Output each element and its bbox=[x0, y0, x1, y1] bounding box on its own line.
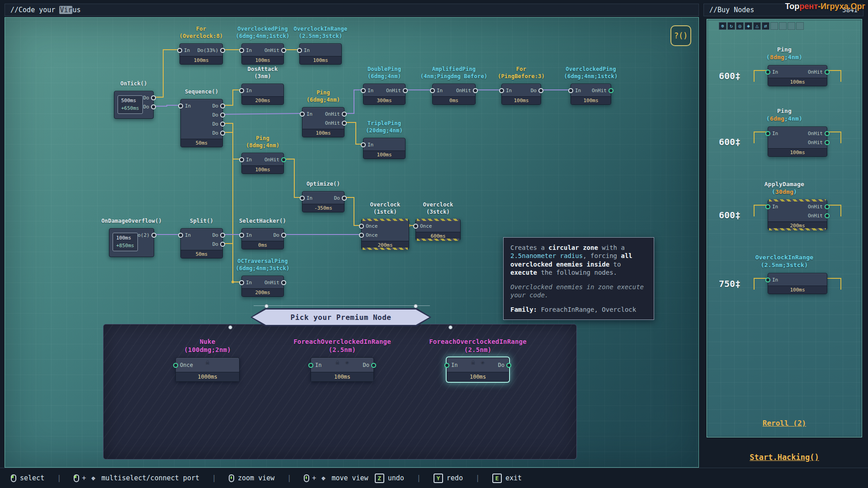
port-in-in[interactable] bbox=[239, 88, 244, 93]
port-label: In bbox=[772, 277, 778, 283]
port-do-out[interactable] bbox=[371, 363, 376, 368]
port-in-in[interactable] bbox=[361, 88, 366, 93]
node-amplifiedping[interactable]: InOnHit0ms bbox=[432, 84, 476, 105]
help-button[interactable]: ?() bbox=[670, 25, 691, 46]
node-doubleping[interactable]: InOnHit300ms bbox=[363, 84, 406, 105]
start-hacking-link[interactable]: Start.Hacking() bbox=[707, 453, 862, 462]
port-once-in[interactable] bbox=[359, 233, 364, 238]
port-do-out[interactable] bbox=[151, 104, 156, 109]
filter-button-2[interactable]: ↻ bbox=[727, 22, 735, 30]
shop-node-preview-ping-8[interactable]: InOnHit100ms bbox=[768, 65, 827, 86]
port-do-out[interactable] bbox=[506, 363, 511, 368]
node-overclockedping-2[interactable]: InOnHit100ms bbox=[571, 84, 611, 105]
port-onhit-out[interactable] bbox=[403, 88, 408, 93]
port-do-out[interactable] bbox=[281, 233, 286, 238]
port-onhit-out[interactable] bbox=[825, 70, 830, 75]
port-onhit-out[interactable] bbox=[281, 48, 286, 53]
port-do-out[interactable] bbox=[220, 242, 225, 247]
port-do(33%)-out[interactable] bbox=[220, 48, 225, 53]
shop-node-preview-applydamage[interactable]: InOnHitOnHit200ms bbox=[768, 200, 827, 230]
port-in-in[interactable] bbox=[239, 157, 244, 162]
port-label: OnHit bbox=[264, 47, 279, 53]
port-in-in[interactable] bbox=[178, 233, 183, 238]
node-split[interactable]: InDoDo50ms bbox=[180, 228, 223, 258]
node-tripleping[interactable]: In100ms bbox=[363, 138, 406, 159]
node-octraversalping[interactable]: InOnHit200ms bbox=[241, 276, 284, 297]
node-nuke[interactable]: ☠Once1000ms bbox=[175, 357, 240, 382]
port-onhit-out[interactable] bbox=[825, 140, 830, 145]
port-onhit-out[interactable] bbox=[342, 121, 347, 126]
port-in-in[interactable] bbox=[308, 363, 313, 368]
node-for-overclock[interactable]: InDo(33%)100ms bbox=[179, 43, 223, 65]
port-in-in[interactable] bbox=[765, 131, 770, 136]
node-overclock-1stck[interactable]: OnceOnce200ms bbox=[361, 219, 409, 249]
port-once-in[interactable] bbox=[359, 224, 364, 229]
shop-node-preview-ping-6[interactable]: InOnHitOnHit100ms bbox=[768, 127, 827, 157]
filter-button-1[interactable]: ⊕ bbox=[719, 22, 726, 30]
port-onhit-out[interactable] bbox=[825, 131, 830, 136]
port-once-in[interactable] bbox=[173, 363, 178, 368]
port-label: In bbox=[246, 232, 252, 238]
shop-item-ping-6[interactable]: Ping(6dmg;4nm)600‡InOnHitOnHit100ms bbox=[707, 107, 862, 157]
port-in-in[interactable] bbox=[297, 48, 302, 53]
port-in-in[interactable] bbox=[430, 88, 435, 93]
port-do-out[interactable] bbox=[151, 95, 156, 100]
port-in-in[interactable] bbox=[361, 142, 366, 147]
shop-item-overclockinrange[interactable]: OverclockInRange(2.5nm;3stck)750‡In100ms bbox=[707, 253, 862, 294]
node-dosattack[interactable]: In200ms bbox=[241, 84, 284, 105]
node-ping-6dmg[interactable]: InOnHitOnHit100ms bbox=[302, 107, 344, 137]
shop-item-ping-8[interactable]: Ping(8dmg;4nm)600‡InOnHit100ms bbox=[707, 46, 862, 86]
filter-button-6[interactable]: ⇄ bbox=[762, 22, 769, 30]
node-title-line: OverclockedPing bbox=[236, 25, 290, 33]
port-do-out[interactable] bbox=[220, 103, 225, 108]
node-ping-8dmg[interactable]: InOnHit100ms bbox=[241, 153, 284, 174]
filter-button-4[interactable]: ◈ bbox=[745, 22, 752, 30]
port-do(2)-out[interactable] bbox=[151, 233, 156, 238]
node-ondamageoverflow[interactable]: Do(2)100ms+850ms bbox=[109, 228, 154, 257]
port-in-in[interactable] bbox=[300, 112, 305, 117]
port-onhit-out[interactable] bbox=[825, 213, 830, 218]
node-foreachoverclockedinrange-1[interactable]: ☠✳InDo100ms bbox=[311, 357, 374, 382]
node-for-pingbefore[interactable]: InDo100ms bbox=[501, 84, 541, 105]
port-in-in[interactable] bbox=[239, 233, 244, 238]
port-do-out[interactable] bbox=[220, 113, 225, 117]
port-in-in[interactable] bbox=[765, 204, 770, 209]
node-overclockinrange[interactable]: In100ms bbox=[299, 43, 342, 65]
port-do-out[interactable] bbox=[538, 88, 543, 93]
port-in-in[interactable] bbox=[177, 48, 182, 53]
port-in-in[interactable] bbox=[765, 277, 770, 282]
node-optimize[interactable]: InDo-350ms bbox=[302, 191, 344, 212]
port-in-in[interactable] bbox=[178, 103, 183, 108]
port-onhit-out[interactable] bbox=[473, 88, 478, 93]
node-sequence[interactable]: InDoDoDoDo50ms bbox=[180, 99, 223, 147]
port-in-in[interactable] bbox=[499, 88, 504, 93]
shop-node-preview-overclockinrange[interactable]: In100ms bbox=[768, 273, 827, 294]
node-overclock-3stck[interactable]: Once600ms bbox=[415, 219, 461, 240]
port-onhit-out[interactable] bbox=[825, 204, 830, 209]
port-onhit-out[interactable] bbox=[281, 157, 286, 162]
node-overclockedping-1[interactable]: InOnHit100ms bbox=[241, 43, 284, 65]
mouse-wheel-icon bbox=[229, 474, 234, 482]
filter-button-3[interactable]: ◎ bbox=[736, 22, 744, 30]
port-onhit-out[interactable] bbox=[281, 280, 286, 285]
port-in-in[interactable] bbox=[444, 363, 449, 368]
filter-button-5[interactable]: △ bbox=[753, 22, 761, 30]
port-in-in[interactable] bbox=[300, 196, 305, 201]
port-in-in[interactable] bbox=[239, 280, 244, 285]
node-graph-canvas[interactable]: Pick your Premium Node ?() Creates a cir… bbox=[5, 17, 699, 468]
shop-item-applydamage[interactable]: ApplyDamage(30dmg)600‡InOnHitOnHit200ms bbox=[707, 180, 862, 230]
node-ontick[interactable]: DoDo500ms+650ms bbox=[114, 91, 154, 119]
port-onhit-out[interactable] bbox=[609, 88, 613, 93]
port-do-out[interactable] bbox=[220, 131, 225, 136]
port-onhit-out[interactable] bbox=[342, 112, 347, 117]
node-foreachoverclockedinrange-2[interactable]: ☠✳InDo100ms bbox=[447, 357, 509, 382]
port-do-out[interactable] bbox=[342, 196, 347, 201]
node-selecthacker[interactable]: InDo0ms bbox=[241, 228, 284, 249]
port-in-in[interactable] bbox=[568, 88, 573, 93]
port-do-out[interactable] bbox=[220, 122, 225, 127]
port-in-in[interactable] bbox=[765, 70, 770, 75]
port-in-in[interactable] bbox=[239, 48, 244, 53]
port-do-out[interactable] bbox=[220, 233, 225, 238]
node-title-dosattack: DosAttack(3nm) bbox=[248, 66, 278, 80]
port-once-in[interactable] bbox=[413, 224, 418, 229]
